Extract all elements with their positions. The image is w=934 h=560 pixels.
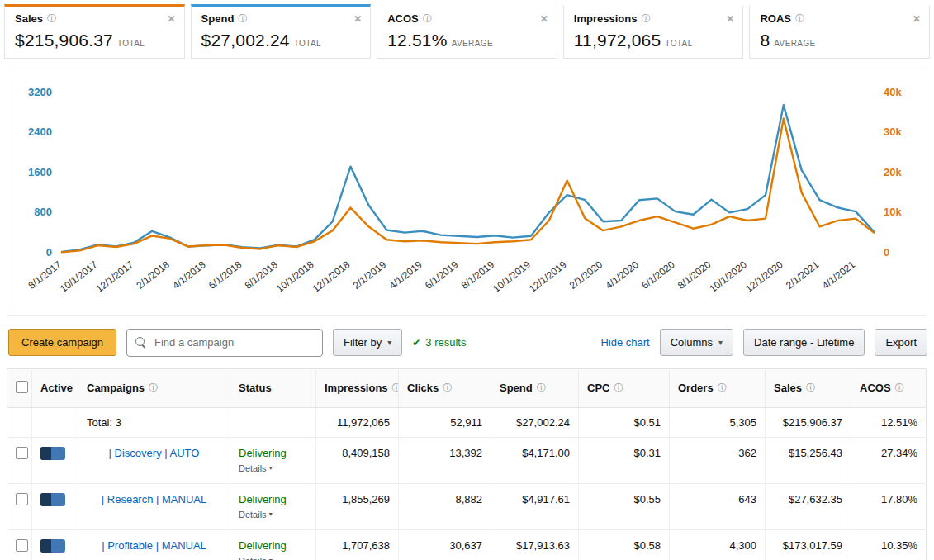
spend-cell: $4,171.00 [491,437,579,483]
create-campaign-button[interactable]: Create campaign [8,329,116,356]
campaign-link[interactable]: | Discovery | AUTO [87,447,221,459]
select-all-checkbox[interactable] [16,381,28,393]
details-dropdown[interactable]: Details [239,556,273,560]
total-orders: 5,305 [670,407,766,437]
campaign-link[interactable]: | Profitable | MANUAL [87,539,221,552]
close-icon[interactable] [168,13,176,25]
row-checkbox[interactable] [16,493,28,505]
table-row: | Profitable | MANUAL Delivering Details… [7,529,927,560]
metric-suffix: TOTAL [294,39,321,48]
total-acos: 12.51% [851,407,927,437]
info-icon[interactable] [614,383,623,392]
cpc-cell: $0.31 [579,437,670,483]
metric-card-impressions[interactable]: Impressions 11,972,065TOTAL [563,4,744,59]
metric-card-acos[interactable]: ACOS 12.51%AVERAGE [377,4,557,59]
close-icon[interactable] [726,13,734,25]
info-icon[interactable] [537,383,546,392]
metric-suffix: AVERAGE [774,39,815,48]
search-icon [135,337,146,348]
svg-text:1600: 1600 [28,166,52,178]
header-sales[interactable]: Sales [766,368,851,407]
clicks-cell: 30,637 [399,529,491,560]
header-impressions[interactable]: Impressions [316,368,399,407]
header-spend[interactable]: Spend [491,368,579,407]
svg-text:4/1/2020: 4/1/2020 [604,259,642,292]
svg-text:20k: 20k [884,166,902,178]
metric-suffix: TOTAL [117,39,145,48]
metric-value: 11,972,065TOTAL [574,31,733,50]
close-icon[interactable] [913,13,921,25]
svg-text:12/1/2019: 12/1/2019 [527,259,569,295]
metric-suffix: AVERAGE [452,39,493,48]
clicks-cell: 8,882 [399,483,491,529]
metric-card-spend[interactable]: Spend $27,002.24TOTAL [191,4,372,59]
export-button[interactable]: Export [875,329,927,356]
header-orders[interactable]: Orders [670,368,766,407]
header-clicks[interactable]: Clicks [399,368,491,407]
info-icon[interactable] [895,383,904,392]
acos-cell: 27.34% [851,437,927,483]
svg-text:12/1/2018: 12/1/2018 [311,259,353,295]
acos-cell: 10.35% [851,529,927,560]
toggle-knob [40,493,51,506]
header-campaigns[interactable]: Campaigns [78,368,230,407]
row-checkbox[interactable] [16,447,28,459]
hide-chart-link[interactable]: Hide chart [600,336,649,349]
svg-text:4/1/2019: 4/1/2019 [386,259,424,292]
info-icon[interactable] [47,14,56,23]
metric-card-roas[interactable]: ROAS 8AVERAGE [749,4,930,59]
metric-label: ACOS [387,12,419,25]
campaign-search[interactable] [126,329,323,357]
info-icon[interactable] [392,383,399,392]
active-toggle[interactable] [40,539,65,553]
active-toggle[interactable] [40,493,65,506]
campaigns-toolbar: Create campaign Filter by 3 results Hide… [0,316,934,367]
details-dropdown[interactable]: Details [239,463,273,473]
filter-by-button[interactable]: Filter by [333,329,402,356]
metric-value: 8AVERAGE [760,31,919,50]
info-icon[interactable] [641,14,650,23]
table-row: | Discovery | AUTO Delivering Details 8,… [7,437,927,483]
metric-label: Impressions [574,12,638,25]
search-input[interactable] [153,335,314,349]
total-sales: $215,906.37 [766,407,851,437]
svg-text:6/1/2020: 6/1/2020 [639,259,677,292]
clicks-cell: 13,392 [399,437,491,483]
metric-label: Spend [201,12,235,25]
svg-text:4/1/2018: 4/1/2018 [170,259,208,292]
impressions-cell: 8,409,158 [316,437,399,483]
info-icon[interactable] [443,383,452,392]
svg-text:10k: 10k [884,206,902,218]
info-icon[interactable] [238,14,247,23]
active-toggle[interactable] [40,447,65,460]
svg-text:3200: 3200 [28,86,52,98]
info-icon[interactable] [806,383,815,392]
status-text: Delivering [239,493,307,505]
cpc-cell: $0.58 [579,529,670,560]
details-label: Details [239,463,267,473]
header-acos[interactable]: ACOS [851,368,927,407]
metric-card-sales[interactable]: Sales $215,906.37TOTAL [4,4,185,59]
check-icon [412,336,420,349]
info-icon[interactable] [149,383,158,392]
campaign-link[interactable]: | Research | MANUAL [87,493,221,505]
info-icon[interactable] [795,14,804,23]
chart-panel: 0800160024003200010k20k30k40k8/1/201710/… [7,69,927,316]
close-icon[interactable] [353,13,362,25]
total-row: Total: 3 11,972,065 52,911 $27,002.24 $0… [7,407,927,437]
svg-text:30k: 30k [884,126,902,138]
header-status: Status [230,368,316,407]
performance-chart: 0800160024003200010k20k30k40k8/1/201710/… [9,78,925,315]
info-icon[interactable] [718,383,727,392]
info-icon[interactable] [423,14,432,23]
status-text: Delivering [239,539,307,552]
filter-by-label: Filter by [344,336,382,349]
close-icon[interactable] [540,13,548,25]
metric-cards: Sales $215,906.37TOTAL Spend $27,002.24T… [0,0,934,59]
date-range-button[interactable]: Date range - Lifetime [743,329,865,356]
row-checkbox[interactable] [16,539,28,552]
columns-button[interactable]: Columns [660,329,733,356]
status-text: Delivering [239,447,307,459]
header-cpc[interactable]: CPC [579,368,670,407]
details-dropdown[interactable]: Details [239,510,273,520]
